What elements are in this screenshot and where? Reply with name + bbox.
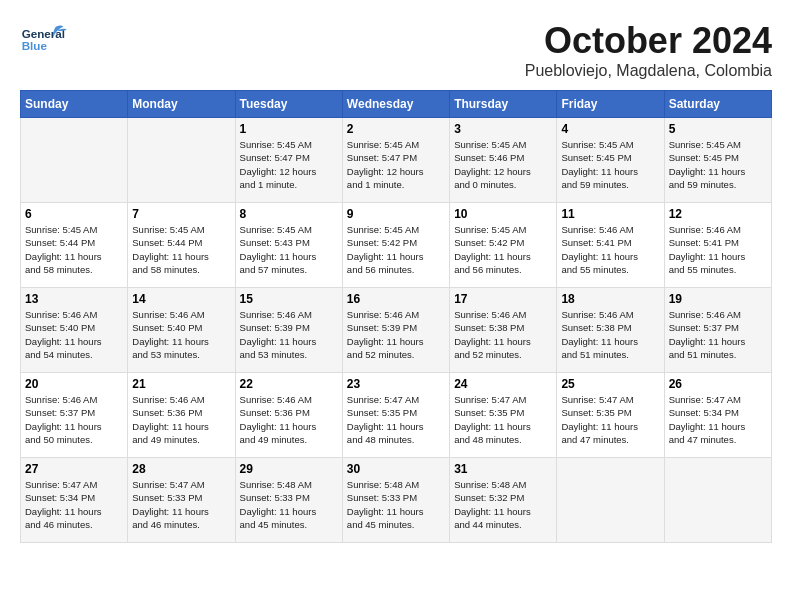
day-info: Sunrise: 5:45 AMSunset: 5:44 PMDaylight:… [132,223,230,276]
week-row-2: 6Sunrise: 5:45 AMSunset: 5:44 PMDaylight… [21,203,772,288]
calendar-cell: 11Sunrise: 5:46 AMSunset: 5:41 PMDayligh… [557,203,664,288]
day-number: 2 [347,122,445,136]
day-info: Sunrise: 5:45 AMSunset: 5:44 PMDaylight:… [25,223,123,276]
calendar-cell: 24Sunrise: 5:47 AMSunset: 5:35 PMDayligh… [450,373,557,458]
day-info: Sunrise: 5:46 AMSunset: 5:37 PMDaylight:… [25,393,123,446]
day-number: 24 [454,377,552,391]
day-info: Sunrise: 5:46 AMSunset: 5:40 PMDaylight:… [25,308,123,361]
day-number: 15 [240,292,338,306]
day-number: 28 [132,462,230,476]
day-info: Sunrise: 5:46 AMSunset: 5:39 PMDaylight:… [347,308,445,361]
day-number: 4 [561,122,659,136]
calendar-cell: 27Sunrise: 5:47 AMSunset: 5:34 PMDayligh… [21,458,128,543]
page-header: General Blue October 2024 Puebloviejo, M… [20,20,772,80]
day-info: Sunrise: 5:45 AMSunset: 5:47 PMDaylight:… [347,138,445,191]
day-number: 19 [669,292,767,306]
calendar-cell: 22Sunrise: 5:46 AMSunset: 5:36 PMDayligh… [235,373,342,458]
weekday-header-tuesday: Tuesday [235,91,342,118]
weekday-header-wednesday: Wednesday [342,91,449,118]
weekday-header-monday: Monday [128,91,235,118]
weekday-header-friday: Friday [557,91,664,118]
calendar-cell: 26Sunrise: 5:47 AMSunset: 5:34 PMDayligh… [664,373,771,458]
day-number: 1 [240,122,338,136]
day-info: Sunrise: 5:47 AMSunset: 5:35 PMDaylight:… [454,393,552,446]
calendar-cell: 5Sunrise: 5:45 AMSunset: 5:45 PMDaylight… [664,118,771,203]
calendar-cell: 16Sunrise: 5:46 AMSunset: 5:39 PMDayligh… [342,288,449,373]
calendar-cell: 7Sunrise: 5:45 AMSunset: 5:44 PMDaylight… [128,203,235,288]
day-number: 17 [454,292,552,306]
day-info: Sunrise: 5:45 AMSunset: 5:42 PMDaylight:… [347,223,445,276]
day-number: 30 [347,462,445,476]
day-info: Sunrise: 5:48 AMSunset: 5:33 PMDaylight:… [240,478,338,531]
month-title: October 2024 [525,20,772,62]
day-info: Sunrise: 5:48 AMSunset: 5:32 PMDaylight:… [454,478,552,531]
day-number: 25 [561,377,659,391]
calendar-cell [664,458,771,543]
calendar-cell: 31Sunrise: 5:48 AMSunset: 5:32 PMDayligh… [450,458,557,543]
calendar-cell: 1Sunrise: 5:45 AMSunset: 5:47 PMDaylight… [235,118,342,203]
day-number: 13 [25,292,123,306]
day-number: 6 [25,207,123,221]
week-row-1: 1Sunrise: 5:45 AMSunset: 5:47 PMDaylight… [21,118,772,203]
day-info: Sunrise: 5:47 AMSunset: 5:33 PMDaylight:… [132,478,230,531]
calendar-cell: 12Sunrise: 5:46 AMSunset: 5:41 PMDayligh… [664,203,771,288]
day-number: 9 [347,207,445,221]
day-number: 26 [669,377,767,391]
day-info: Sunrise: 5:47 AMSunset: 5:35 PMDaylight:… [561,393,659,446]
day-info: Sunrise: 5:45 AMSunset: 5:42 PMDaylight:… [454,223,552,276]
day-info: Sunrise: 5:45 AMSunset: 5:46 PMDaylight:… [454,138,552,191]
day-number: 5 [669,122,767,136]
calendar-cell: 19Sunrise: 5:46 AMSunset: 5:37 PMDayligh… [664,288,771,373]
day-info: Sunrise: 5:45 AMSunset: 5:43 PMDaylight:… [240,223,338,276]
day-info: Sunrise: 5:46 AMSunset: 5:40 PMDaylight:… [132,308,230,361]
location-title: Puebloviejo, Magdalena, Colombia [525,62,772,80]
calendar-cell: 10Sunrise: 5:45 AMSunset: 5:42 PMDayligh… [450,203,557,288]
weekday-header-sunday: Sunday [21,91,128,118]
day-number: 8 [240,207,338,221]
calendar-cell: 23Sunrise: 5:47 AMSunset: 5:35 PMDayligh… [342,373,449,458]
day-number: 20 [25,377,123,391]
day-number: 18 [561,292,659,306]
day-info: Sunrise: 5:46 AMSunset: 5:39 PMDaylight:… [240,308,338,361]
day-number: 10 [454,207,552,221]
calendar-cell [557,458,664,543]
day-info: Sunrise: 5:46 AMSunset: 5:41 PMDaylight:… [561,223,659,276]
calendar-cell: 17Sunrise: 5:46 AMSunset: 5:38 PMDayligh… [450,288,557,373]
day-number: 29 [240,462,338,476]
calendar-cell: 3Sunrise: 5:45 AMSunset: 5:46 PMDaylight… [450,118,557,203]
calendar-cell [21,118,128,203]
calendar-cell: 30Sunrise: 5:48 AMSunset: 5:33 PMDayligh… [342,458,449,543]
title-block: October 2024 Puebloviejo, Magdalena, Col… [525,20,772,80]
calendar-cell: 2Sunrise: 5:45 AMSunset: 5:47 PMDaylight… [342,118,449,203]
day-number: 27 [25,462,123,476]
logo: General Blue [20,20,70,60]
week-row-3: 13Sunrise: 5:46 AMSunset: 5:40 PMDayligh… [21,288,772,373]
weekday-header-thursday: Thursday [450,91,557,118]
day-number: 22 [240,377,338,391]
logo-icon: General Blue [20,20,70,60]
calendar-cell: 28Sunrise: 5:47 AMSunset: 5:33 PMDayligh… [128,458,235,543]
day-info: Sunrise: 5:46 AMSunset: 5:38 PMDaylight:… [454,308,552,361]
day-info: Sunrise: 5:45 AMSunset: 5:45 PMDaylight:… [561,138,659,191]
day-info: Sunrise: 5:46 AMSunset: 5:41 PMDaylight:… [669,223,767,276]
day-number: 21 [132,377,230,391]
calendar-cell: 15Sunrise: 5:46 AMSunset: 5:39 PMDayligh… [235,288,342,373]
calendar-cell: 9Sunrise: 5:45 AMSunset: 5:42 PMDaylight… [342,203,449,288]
day-info: Sunrise: 5:47 AMSunset: 5:35 PMDaylight:… [347,393,445,446]
day-number: 7 [132,207,230,221]
day-info: Sunrise: 5:46 AMSunset: 5:36 PMDaylight:… [132,393,230,446]
day-info: Sunrise: 5:46 AMSunset: 5:36 PMDaylight:… [240,393,338,446]
day-number: 31 [454,462,552,476]
calendar-cell: 14Sunrise: 5:46 AMSunset: 5:40 PMDayligh… [128,288,235,373]
day-info: Sunrise: 5:45 AMSunset: 5:47 PMDaylight:… [240,138,338,191]
calendar-table: SundayMondayTuesdayWednesdayThursdayFrid… [20,90,772,543]
day-number: 14 [132,292,230,306]
calendar-cell: 18Sunrise: 5:46 AMSunset: 5:38 PMDayligh… [557,288,664,373]
weekday-header-row: SundayMondayTuesdayWednesdayThursdayFrid… [21,91,772,118]
day-number: 16 [347,292,445,306]
day-number: 3 [454,122,552,136]
calendar-cell: 29Sunrise: 5:48 AMSunset: 5:33 PMDayligh… [235,458,342,543]
calendar-cell: 20Sunrise: 5:46 AMSunset: 5:37 PMDayligh… [21,373,128,458]
calendar-cell: 4Sunrise: 5:45 AMSunset: 5:45 PMDaylight… [557,118,664,203]
calendar-cell: 6Sunrise: 5:45 AMSunset: 5:44 PMDaylight… [21,203,128,288]
